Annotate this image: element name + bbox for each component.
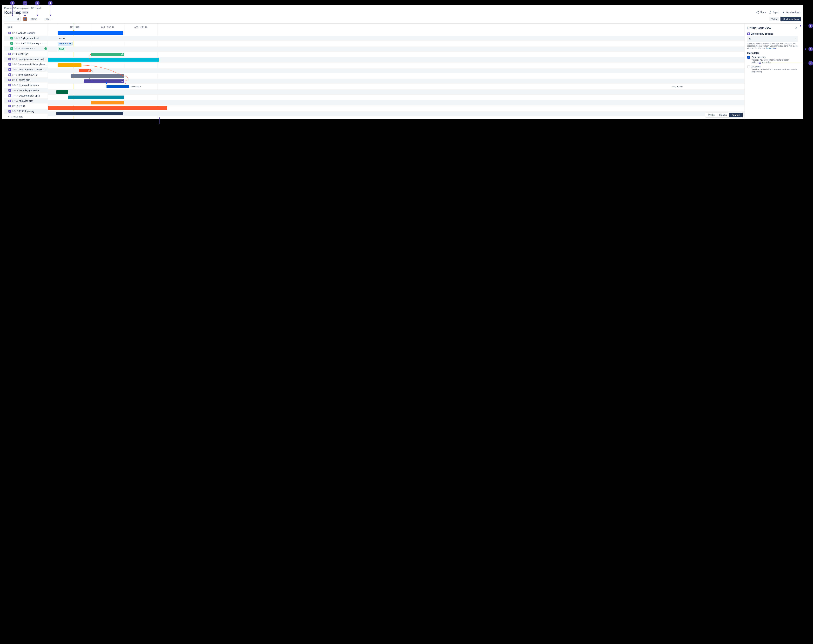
child-issue-row[interactable]: CP-16Audit E2E journey – consu… bbox=[4, 41, 48, 46]
timeline-period-header: JAN – MAR '21 bbox=[91, 24, 124, 31]
epic-type-icon bbox=[8, 89, 11, 92]
timeline-row bbox=[48, 31, 744, 36]
expand-toggle bbox=[5, 68, 8, 71]
share-button[interactable]: Share bbox=[756, 11, 766, 14]
link-icon bbox=[88, 69, 90, 72]
label-filter[interactable]: Label bbox=[44, 17, 54, 21]
expand-toggle bbox=[5, 105, 8, 107]
epic-row[interactable]: CP-11Issue key generator bbox=[4, 88, 48, 93]
chevron-down-icon bbox=[38, 18, 40, 20]
epic-bar[interactable] bbox=[91, 101, 124, 104]
epic-type-icon bbox=[8, 68, 11, 71]
issue-key: CP-11 bbox=[12, 89, 18, 92]
epic-type-icon bbox=[8, 79, 11, 81]
chevron-down-icon bbox=[5, 32, 7, 34]
status-filter[interactable]: Status bbox=[29, 17, 41, 21]
epic-display-select[interactable]: All bbox=[747, 37, 798, 41]
epic-type-icon bbox=[8, 84, 11, 86]
progress-checkbox[interactable] bbox=[747, 66, 750, 68]
done-indicator bbox=[44, 47, 47, 50]
epic-bar[interactable] bbox=[79, 69, 91, 72]
close-button[interactable] bbox=[795, 26, 798, 30]
epic-row[interactable]: CP-6Cross-team initiative planning bbox=[4, 62, 48, 67]
epic-column-header: Epic bbox=[4, 24, 48, 31]
callout-5: 5 bbox=[800, 24, 813, 28]
zoom-months[interactable]: Months bbox=[717, 113, 729, 117]
expand-toggle bbox=[5, 89, 8, 92]
gear-icon bbox=[782, 18, 785, 20]
epic-row[interactable]: CP-8Integrations & APIs bbox=[4, 72, 48, 77]
timeline-row bbox=[48, 63, 744, 68]
issue-key: CP-9 bbox=[12, 79, 17, 81]
epic-bar[interactable] bbox=[68, 96, 124, 99]
feedback-button[interactable]: Give feedback bbox=[782, 11, 801, 14]
epic-row[interactable]: CP-13Migration plan bbox=[4, 98, 48, 104]
epic-row[interactable]: CP-4GTM Plan bbox=[4, 51, 48, 57]
epic-bar[interactable] bbox=[58, 63, 81, 67]
megaphone-icon bbox=[782, 11, 785, 14]
issue-key: CP-4 bbox=[12, 53, 17, 55]
epic-display-help: Any Epic marked as done a year ago won't… bbox=[747, 43, 798, 49]
epic-type-icon bbox=[8, 73, 11, 76]
learn-more-link[interactable]: Learn more bbox=[766, 47, 776, 49]
epic-type-icon bbox=[8, 63, 11, 66]
today-marker bbox=[74, 24, 74, 31]
svg-point-6 bbox=[17, 18, 18, 20]
timeline-row bbox=[48, 79, 744, 84]
issue-summary: GTM Plan bbox=[18, 53, 47, 55]
epic-row[interactable]: CP-10Keyboard shortcuts bbox=[4, 83, 48, 88]
timeline-row bbox=[48, 106, 744, 111]
epic-bar[interactable] bbox=[48, 58, 159, 61]
export-button[interactable]: Export bbox=[769, 11, 779, 14]
zoom-weeks[interactable]: Weeks bbox=[706, 113, 717, 117]
timeline-period-header: OCT – DEC bbox=[58, 24, 91, 31]
create-epic-button[interactable]: Create Epic bbox=[4, 114, 48, 119]
epic-type-icon bbox=[8, 110, 11, 113]
share-icon bbox=[756, 11, 759, 14]
epic-row[interactable]: CP-12Documentation uplift bbox=[4, 93, 48, 98]
panel-title: Refine your view bbox=[747, 26, 772, 30]
today-button[interactable]: Today bbox=[769, 17, 779, 21]
issue-key: CP-17 bbox=[14, 47, 20, 50]
child-issue-row[interactable]: CP-17User research bbox=[4, 46, 48, 51]
issue-key: CP-13 bbox=[12, 99, 18, 102]
dependencies-checkbox[interactable] bbox=[747, 56, 750, 59]
epic-type-icon bbox=[747, 32, 750, 35]
breadcrumb: Projects / Classic project / CP board bbox=[4, 7, 801, 9]
issue-key: CP-10 bbox=[12, 84, 18, 86]
epic-bar[interactable] bbox=[71, 74, 124, 78]
timeline-row: DONE bbox=[48, 46, 744, 52]
epic-row[interactable]: CP-15FY22 Planning bbox=[4, 109, 48, 114]
zoom-quarters[interactable]: Quarters bbox=[729, 113, 742, 117]
issue-key: CP-6 bbox=[12, 63, 17, 66]
expand-toggle[interactable] bbox=[5, 53, 8, 55]
chevron-down-icon bbox=[794, 38, 796, 40]
epic-bar[interactable] bbox=[57, 112, 123, 115]
expand-toggle[interactable] bbox=[5, 32, 8, 34]
epic-row[interactable]: CP-5Large piece of secret work bbox=[4, 57, 48, 62]
epic-row[interactable]: CP-3Website redesign bbox=[4, 31, 48, 35]
issue-key: CP-16 bbox=[14, 42, 20, 45]
issue-summary: Large piece of secret work bbox=[18, 58, 47, 60]
issue-summary: Comp. Analysis – what's out the… bbox=[18, 68, 47, 71]
child-issue-row[interactable]: CP-18Styleguide refresh bbox=[4, 35, 48, 41]
epic-bar[interactable] bbox=[84, 80, 124, 83]
issue-summary: Documentation uplift bbox=[19, 94, 47, 97]
epic-row[interactable]: CP-9Launch plan bbox=[4, 77, 48, 83]
epic-row[interactable]: CP-7Comp. Analysis – what's out the… bbox=[4, 67, 48, 72]
epic-bar[interactable] bbox=[106, 85, 129, 89]
bar-start-date: 2021/02/06 bbox=[672, 85, 683, 88]
view-settings-button[interactable]: View settings bbox=[781, 17, 801, 21]
expand-toggle bbox=[5, 99, 8, 102]
epic-row[interactable]: CP-14KTLO bbox=[4, 104, 48, 109]
avatar[interactable]: 👤 bbox=[23, 17, 27, 21]
epic-bar[interactable] bbox=[91, 53, 124, 56]
timeline-row bbox=[48, 73, 744, 79]
progress-label: Progress bbox=[752, 65, 798, 68]
timeline-row bbox=[48, 111, 744, 116]
epic-bar[interactable] bbox=[58, 31, 123, 35]
svg-point-8 bbox=[784, 19, 784, 19]
epic-bar[interactable] bbox=[57, 90, 68, 94]
chevron-right-icon bbox=[5, 53, 7, 55]
epic-bar[interactable] bbox=[48, 106, 167, 110]
